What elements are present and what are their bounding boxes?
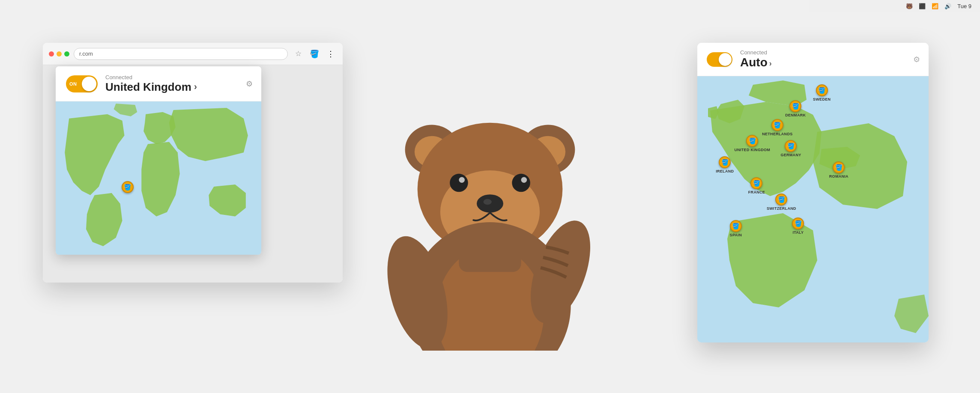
vpn-popup-header: ON Connected United Kingdom › ⚙: [56, 66, 261, 101]
romania-pin-icon: 🪣: [833, 161, 845, 173]
switzerland-label: SWITZERLAND: [767, 206, 796, 211]
url-bar[interactable]: r.com: [74, 48, 288, 60]
toggle-on-label: ON: [69, 81, 77, 86]
vpn-country-selector[interactable]: United Kingdom ›: [105, 80, 197, 94]
url-text: r.com: [79, 51, 93, 57]
country-chevron: ›: [194, 81, 197, 92]
romania-label: ROMANIA: [829, 174, 849, 179]
tray-popup: Connected Auto › ⚙: [697, 43, 929, 342]
svg-point-8: [450, 174, 468, 192]
svg-rect-18: [459, 247, 521, 272]
tray-status: Connected Auto ›: [740, 49, 772, 69]
italy-label: ITALY: [792, 230, 804, 235]
map-pin-ireland: 🪣 IRELAND: [716, 156, 734, 173]
pin-icon: 🪣: [122, 181, 134, 193]
svg-point-10: [512, 174, 530, 192]
netherlands-label: NETHERLANDS: [762, 132, 792, 136]
wifi-icon: 📶: [932, 3, 938, 9]
map-pin-switzerland: 🪣 SWITZERLAND: [767, 194, 796, 211]
map-pin-sweden: 🪣 SWEDEN: [813, 84, 831, 101]
tray-auto-label: Auto: [740, 56, 768, 69]
settings-gear-icon[interactable]: ⚙: [246, 79, 253, 89]
country-name: United Kingdom: [105, 80, 191, 94]
switzerland-pin-icon: 🪣: [775, 194, 787, 205]
vpn-status: Connected United Kingdom ›: [105, 74, 197, 94]
browser-toolbar: r.com ☆ 🪣 ⋮: [43, 43, 343, 65]
svg-point-13: [484, 199, 492, 205]
minimize-dot[interactable]: [57, 51, 62, 57]
denmark-pin-icon: 🪣: [789, 100, 801, 112]
netherlands-pin-icon: 🪣: [771, 119, 783, 131]
volume-icon: 🔊: [944, 3, 951, 9]
tray-connected-label: Connected: [740, 49, 772, 56]
vpn-map: 🪣: [56, 101, 261, 255]
map-pin-germany: 🪣 GERMANY: [780, 140, 801, 157]
window-controls: [49, 51, 69, 57]
tray-map-svg: [697, 76, 929, 342]
vpn-toggle[interactable]: ON: [66, 75, 98, 92]
map-location-pin: 🪣: [122, 181, 134, 193]
clock: Tue 9: [957, 3, 971, 9]
tray-map: 🪣 IRELAND 🪣 UNITED KINGDOM 🪣 NETHERLANDS…: [697, 76, 929, 342]
uk-pin-icon: 🪣: [746, 135, 758, 147]
germany-pin-icon: 🪣: [785, 140, 797, 152]
map-pin-denmark: 🪣 DENMARK: [785, 100, 806, 117]
map-pin-spain: 🪣 SPAIN: [730, 220, 742, 237]
connected-label: Connected: [105, 74, 197, 80]
svg-point-9: [459, 177, 465, 183]
world-map-svg: [56, 101, 261, 255]
spain-pin-icon: 🪣: [730, 220, 742, 232]
sweden-pin-icon: 🪣: [816, 84, 828, 96]
bookmark-button[interactable]: ☆: [292, 48, 304, 60]
toggle-knob: [82, 77, 96, 91]
vpn-extension-popup: ON Connected United Kingdom › ⚙: [56, 66, 261, 255]
map-pin-france: 🪣 FRANCE: [748, 177, 765, 194]
tray-chevron: ›: [769, 59, 772, 68]
tray-location-selector[interactable]: Auto ›: [740, 56, 772, 69]
maximize-dot[interactable]: [64, 51, 69, 57]
tray-vpn-toggle[interactable]: [707, 52, 732, 67]
sweden-label: SWEDEN: [813, 97, 831, 101]
bear-illustration: [383, 94, 597, 351]
svg-point-11: [521, 177, 527, 183]
ireland-label: IRELAND: [716, 169, 734, 173]
map-pin-italy: 🪣 ITALY: [792, 217, 804, 235]
map-pin-uk: 🪣 UNITED KINGDOM: [734, 135, 770, 152]
airplay-icon: ⬛: [919, 3, 926, 9]
france-pin-icon: 🪣: [750, 177, 762, 189]
map-pin-netherlands: 🪣 NETHERLANDS: [762, 119, 792, 136]
uk-label: UNITED KINGDOM: [734, 148, 770, 152]
italy-pin-icon: 🪣: [792, 217, 804, 229]
close-dot[interactable]: [49, 51, 54, 57]
menu-button[interactable]: ⋮: [325, 48, 337, 60]
tray-gear-icon[interactable]: ⚙: [913, 55, 920, 64]
tray-header: Connected Auto › ⚙: [697, 43, 929, 76]
extension-icon[interactable]: 🪣: [308, 48, 320, 60]
denmark-label: DENMARK: [785, 113, 806, 117]
spain-label: SPAIN: [730, 233, 742, 237]
bear-mascot: [383, 94, 597, 351]
vpn-menubar-icon[interactable]: 🐻: [906, 3, 913, 9]
ireland-pin-icon: 🪣: [719, 156, 731, 168]
system-menubar: 🐻 ⬛ 📶 🔊 Tue 9: [809, 0, 980, 12]
tray-toggle-knob: [719, 53, 732, 66]
map-pin-romania: 🪣 ROMANIA: [829, 161, 849, 179]
france-label: FRANCE: [748, 190, 765, 194]
germany-label: GERMANY: [780, 153, 801, 157]
